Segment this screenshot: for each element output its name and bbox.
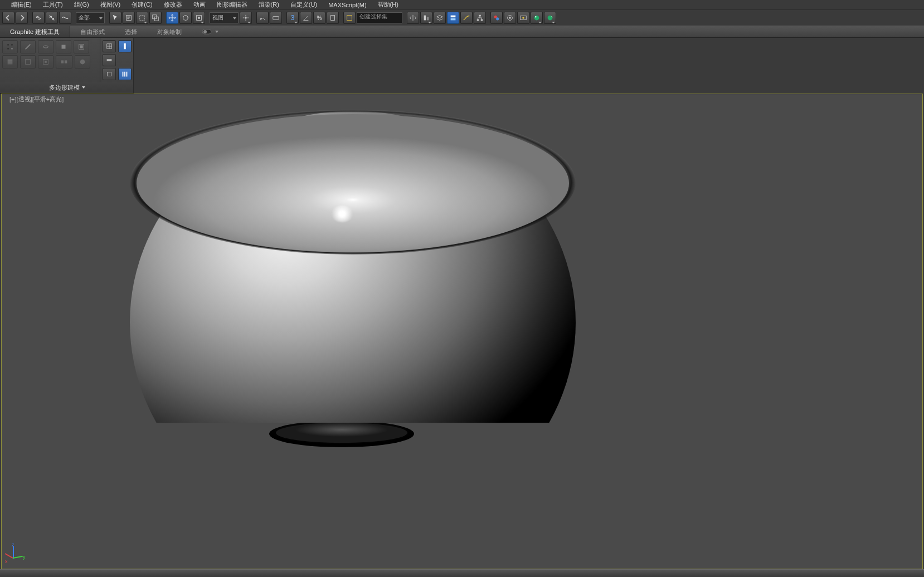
- subobj-vertex-button[interactable]: [2, 40, 18, 53]
- menu-create[interactable]: 创建(C): [126, 0, 158, 9]
- tab-selection[interactable]: 选择: [115, 26, 147, 37]
- select-rotate-button[interactable]: [179, 12, 192, 24]
- undo-button[interactable]: [2, 12, 14, 24]
- toggle-use-soft-selection-button[interactable]: [118, 40, 132, 52]
- bowl-model-specular: [330, 206, 354, 222]
- menu-group[interactable]: 组(G): [69, 0, 95, 9]
- axis-y-icon: [13, 556, 23, 559]
- toggle-constraint-button[interactable]: [103, 54, 116, 66]
- layer-manager-button[interactable]: [434, 12, 446, 24]
- ribbon-tab-bar: Graphite 建模工具 自由形式 选择 对象绘制: [0, 26, 924, 38]
- preview-multi-button[interactable]: [56, 55, 72, 69]
- select-region-button[interactable]: [136, 12, 148, 24]
- menu-animation[interactable]: 动画: [188, 0, 211, 9]
- tab-freeform[interactable]: 自由形式: [70, 26, 115, 37]
- preview-off-button[interactable]: [20, 55, 36, 69]
- svg-point-7: [245, 17, 247, 19]
- preview-subobj-button[interactable]: [38, 55, 54, 69]
- toggle-ignore-backfacing-button[interactable]: [103, 68, 116, 80]
- svg-point-29: [203, 30, 207, 33]
- select-move-button[interactable]: [166, 12, 178, 24]
- pivot-center-button[interactable]: [240, 12, 252, 24]
- svg-rect-15: [451, 18, 456, 21]
- svg-point-24: [522, 17, 524, 19]
- svg-point-33: [11, 48, 13, 50]
- link-button[interactable]: [32, 12, 45, 24]
- menu-maxscript[interactable]: MAXScript(M): [323, 1, 372, 9]
- keyboard-shortcut-button[interactable]: [270, 12, 282, 24]
- select-manipulate-button[interactable]: [256, 12, 269, 24]
- spinner-snap-button[interactable]: [327, 12, 339, 24]
- svg-rect-38: [8, 61, 13, 63]
- subobj-element-button[interactable]: [74, 40, 89, 53]
- curve-editor-button[interactable]: [460, 12, 473, 24]
- svg-rect-18: [481, 19, 483, 21]
- svg-rect-16: [479, 15, 481, 17]
- window-crossing-button[interactable]: [149, 12, 162, 24]
- schematic-view-button[interactable]: [474, 12, 486, 24]
- selection-filter-dropdown[interactable]: 全部: [76, 12, 105, 23]
- render-setup-button[interactable]: [504, 12, 516, 24]
- subobj-border-button[interactable]: [38, 40, 54, 53]
- svg-rect-12: [424, 16, 426, 21]
- axis-z-label: z: [12, 542, 14, 547]
- svg-rect-11: [347, 16, 352, 21]
- menu-modifiers[interactable]: 修改器: [158, 0, 188, 9]
- reference-coord-dropdown[interactable]: 视图: [210, 12, 239, 23]
- svg-point-26: [535, 16, 537, 18]
- bowl-model-foot-inner: [276, 423, 407, 443]
- ribbon-panel-title[interactable]: 多边形建模: [0, 82, 134, 93]
- select-by-name-button[interactable]: [123, 12, 135, 24]
- collapse-stack-button[interactable]: [75, 55, 90, 69]
- ribbon-expand-button[interactable]: [192, 26, 228, 37]
- subobj-polygon-button[interactable]: [56, 40, 71, 53]
- percent-snap-button[interactable]: %: [313, 12, 325, 24]
- tab-graphite-modeling[interactable]: Graphite 建模工具: [0, 26, 70, 37]
- svg-point-32: [7, 48, 9, 50]
- toggle-generate-topology-button[interactable]: [103, 40, 116, 52]
- unlink-button[interactable]: [46, 12, 58, 24]
- graphite-toggle-button[interactable]: [447, 12, 459, 24]
- axis-x-icon: [5, 553, 13, 559]
- svg-rect-48: [108, 72, 111, 76]
- named-selection-input[interactable]: 创建选择集: [357, 12, 402, 23]
- material-editor-button[interactable]: [490, 12, 503, 24]
- svg-rect-47: [107, 59, 112, 61]
- main-toolbar: 全部 视图 3 % 创建选择集: [0, 10, 924, 26]
- menu-customize[interactable]: 自定义(U): [285, 0, 323, 9]
- menu-graph-editors[interactable]: 图形编辑器: [211, 0, 253, 9]
- menu-bar: 编辑(E) 工具(T) 组(G) 视图(V) 创建(C) 修改器 动画 图形编辑…: [0, 0, 924, 10]
- toggle-show-cage-button[interactable]: [118, 68, 132, 80]
- named-selection-edit-button[interactable]: [343, 12, 356, 24]
- subobj-edge-button[interactable]: [20, 40, 36, 53]
- svg-rect-39: [8, 63, 13, 65]
- bind-spacewarp-button[interactable]: [59, 12, 71, 24]
- timeline-strip[interactable]: [0, 569, 924, 577]
- viewport-canvas[interactable]: [2, 94, 922, 569]
- svg-rect-10: [331, 16, 335, 21]
- menu-rendering[interactable]: 渲染(R): [253, 0, 285, 9]
- select-object-button[interactable]: [109, 12, 121, 24]
- select-scale-button[interactable]: [193, 12, 205, 24]
- menu-edit[interactable]: 编辑(E): [6, 0, 37, 9]
- menu-help[interactable]: 帮助(H): [372, 0, 404, 9]
- render-last-button[interactable]: [544, 12, 556, 24]
- menu-views[interactable]: 视图(V): [95, 0, 127, 9]
- axis-y-label: y: [23, 554, 26, 560]
- align-button[interactable]: [420, 12, 432, 24]
- redo-button[interactable]: [16, 12, 28, 24]
- angle-snap-button[interactable]: [300, 12, 312, 24]
- viewport[interactable]: [+][透视][平滑+高光] z y x: [1, 94, 923, 569]
- svg-rect-1: [140, 16, 145, 21]
- render-frame-button[interactable]: [517, 12, 529, 24]
- menu-tools[interactable]: 工具(T): [37, 0, 69, 9]
- modifier-stack-button[interactable]: [2, 55, 18, 69]
- svg-rect-6: [198, 17, 200, 19]
- mirror-button[interactable]: [407, 12, 419, 24]
- tab-object-paint[interactable]: 对象绘制: [147, 26, 192, 37]
- render-production-button[interactable]: [531, 12, 543, 24]
- svg-point-30: [7, 44, 9, 46]
- bowl-model-inner: [137, 114, 569, 252]
- axis-x-label: x: [5, 559, 8, 564]
- snap-toggle-button[interactable]: 3: [286, 12, 299, 24]
